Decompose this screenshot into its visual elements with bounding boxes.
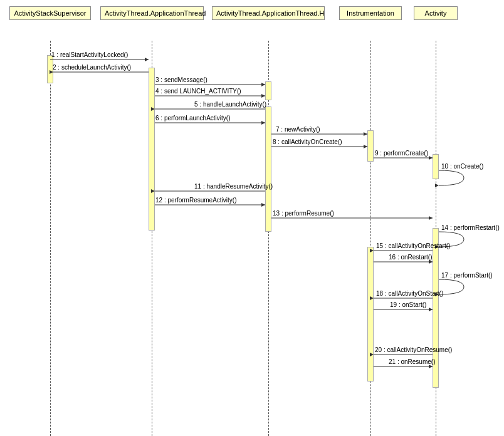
label-m18: 18 : callActivityOnStart() bbox=[376, 290, 443, 297]
label-m21: 21 : onResume() bbox=[389, 358, 435, 365]
lifeline-1 bbox=[50, 41, 51, 436]
activation-4a bbox=[367, 130, 374, 162]
label-m16: 16 : onRestart() bbox=[389, 254, 432, 261]
label-m4: 4 : send LAUNCH_ACTIVITY() bbox=[155, 88, 241, 95]
activation-2 bbox=[149, 68, 155, 231]
label-m1: 1 : realStartActivityLocked() bbox=[51, 51, 128, 58]
actor-box-1: ActivityStackSupervisor bbox=[9, 6, 91, 20]
label-m11: 11 : handleResumeActivity() bbox=[194, 183, 273, 190]
label-m17: 17 : performStart() bbox=[441, 272, 493, 279]
label-m14: 14 : performRestart() bbox=[441, 224, 500, 231]
label-m10: 10 : onCreate() bbox=[441, 163, 483, 170]
actor-box-5: Activity bbox=[414, 6, 458, 20]
label-m6: 6 : performLaunchActivity() bbox=[155, 115, 231, 122]
label-m20: 20 : callActivityOnResume() bbox=[375, 346, 452, 353]
activation-5a bbox=[433, 154, 439, 179]
label-m3: 3 : sendMessage() bbox=[155, 76, 207, 83]
label-m15: 15 : callActivityOnRestart() bbox=[376, 242, 450, 249]
sequence-diagram: ActivityStackSupervisor ActivityThread.A… bbox=[0, 0, 504, 436]
label-m13: 13 : performResume() bbox=[273, 210, 334, 217]
label-m7: 7 : newActivity() bbox=[276, 126, 320, 133]
actor-box-2: ActivityThread.ApplicationThread bbox=[100, 6, 204, 20]
label-m5: 5 : handleLaunchActivity() bbox=[194, 101, 266, 108]
label-m2: 2 : scheduleLaunchActivity() bbox=[53, 64, 131, 71]
label-m8: 8 : callActivityOnCreate() bbox=[273, 138, 342, 145]
label-m12: 12 : performResumeActivity() bbox=[155, 197, 236, 204]
actor-box-4: Instrumentation bbox=[339, 6, 402, 20]
activation-4b bbox=[367, 247, 374, 382]
label-m19: 19 : onStart() bbox=[390, 301, 426, 308]
actor-box-3: ActivityThread.ApplicationThread.H bbox=[212, 6, 325, 20]
activation-3b bbox=[265, 106, 271, 232]
label-m9: 9 : performCreate() bbox=[375, 150, 428, 157]
activation-3a bbox=[265, 81, 271, 100]
